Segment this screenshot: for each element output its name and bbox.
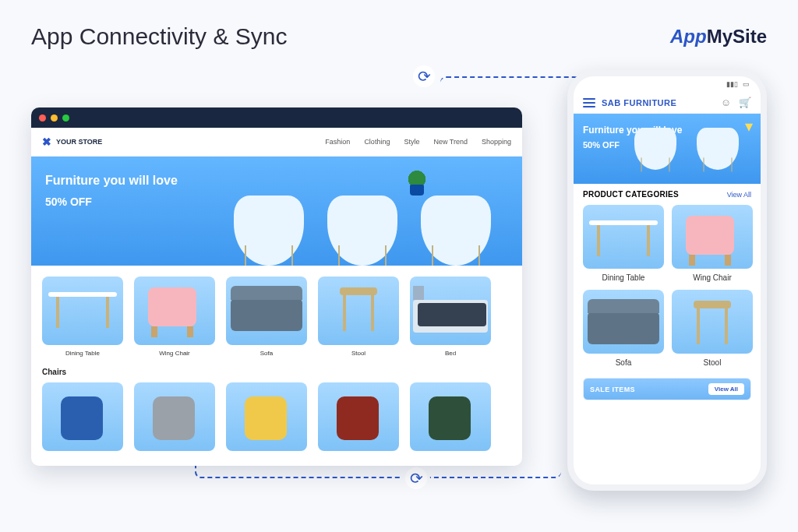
sale-items-label: SALE ITEMS bbox=[590, 386, 635, 393]
app-title: SAB FURNITURE bbox=[602, 98, 676, 107]
brand-logo: AppMySite bbox=[670, 26, 767, 48]
category-label: Bed bbox=[410, 350, 491, 357]
nav-item-clothing[interactable]: Clothing bbox=[364, 138, 390, 146]
nav-item-shopping[interactable]: Shopping bbox=[482, 138, 511, 146]
hero-banner[interactable]: Furniture you will love 50% OFF bbox=[31, 157, 522, 266]
product-categories-grid: Dining Table Wing Chair Sofa Stool bbox=[574, 202, 761, 373]
sale-items-bar[interactable]: SALE ITEMS View All bbox=[583, 378, 751, 400]
hero-chairs-art bbox=[195, 157, 522, 266]
category-card-sofa[interactable]: Sofa bbox=[583, 290, 664, 367]
app-header: SAB FURNITURE ☺ 🛒 bbox=[574, 92, 761, 114]
sync-connector-top bbox=[440, 76, 581, 107]
category-card-stool[interactable]: Stool bbox=[672, 290, 753, 367]
window-min-icon[interactable] bbox=[51, 115, 58, 122]
product-categories-header: PRODUCT CATEGORIES View All bbox=[574, 184, 761, 202]
profile-icon[interactable]: ☺ bbox=[721, 97, 731, 108]
section-label-chairs: Chairs bbox=[31, 361, 522, 376]
category-label: Stool bbox=[318, 350, 399, 357]
menu-icon[interactable] bbox=[583, 98, 595, 107]
category-card-bed[interactable]: Bed bbox=[410, 277, 491, 357]
category-label: Wing Chair bbox=[134, 350, 215, 357]
product-card[interactable] bbox=[410, 382, 491, 451]
window-max-icon[interactable] bbox=[62, 115, 69, 122]
nav-item-style[interactable]: Style bbox=[404, 138, 419, 146]
sync-icon: ⟳ bbox=[413, 65, 435, 87]
category-label: Wing Chair bbox=[672, 273, 753, 282]
category-label: Stool bbox=[672, 358, 753, 367]
status-bar: ▮▮▯ ▭ bbox=[574, 76, 761, 92]
cart-icon[interactable]: 🛒 bbox=[739, 97, 751, 108]
product-card[interactable] bbox=[226, 382, 307, 451]
top-nav: Fashion Clothing Style New Trend Shoppin… bbox=[325, 138, 511, 146]
signal-icon: ▮▮▯ bbox=[726, 80, 738, 88]
battery-icon: ▭ bbox=[743, 80, 750, 88]
desktop-preview: ✖ YOUR STORE Fashion Clothing Style New … bbox=[31, 107, 522, 466]
hero-banner[interactable]: ▾ Furniture you will love 50% OFF bbox=[574, 114, 761, 184]
brand-part-app: App bbox=[670, 26, 707, 47]
category-label: Sofa bbox=[226, 350, 307, 357]
brand-part-site: Site bbox=[733, 26, 767, 47]
view-all-button[interactable]: View All bbox=[708, 383, 744, 395]
page-title: App Connectivity & Sync bbox=[31, 23, 288, 50]
category-card-dining-table[interactable]: Dining Table bbox=[583, 205, 664, 282]
category-card-wing-chair[interactable]: Wing Chair bbox=[134, 277, 215, 357]
nav-item-newtrend[interactable]: New Trend bbox=[433, 138, 468, 146]
category-card-wing-chair[interactable]: Wing Chair bbox=[672, 205, 753, 282]
mobile-preview: ▮▮▯ ▭ SAB FURNITURE ☺ 🛒 ▾ Furniture you bbox=[567, 70, 767, 491]
category-label: Dining Table bbox=[42, 350, 123, 357]
product-card[interactable] bbox=[318, 382, 399, 451]
category-row: Dining Table Wing Chair Sofa Stool Bed bbox=[31, 266, 522, 361]
sync-icon: ⟳ bbox=[405, 467, 427, 489]
view-all-link[interactable]: View All bbox=[727, 191, 751, 199]
product-categories-label: PRODUCT CATEGORIES bbox=[583, 190, 679, 199]
category-label: Sofa bbox=[583, 358, 664, 367]
store-name: YOUR STORE bbox=[56, 138, 102, 146]
chairs-row bbox=[31, 376, 522, 457]
product-card[interactable] bbox=[134, 382, 215, 451]
hero-chairs-art bbox=[620, 114, 761, 184]
brand-part-my: My bbox=[707, 26, 733, 47]
sync-stage: ⟳ ⟳ ✖ YOUR STORE Fashion Clothing Style … bbox=[31, 70, 767, 506]
product-card[interactable] bbox=[42, 382, 123, 451]
store-logo-icon: ✖ bbox=[42, 136, 51, 148]
site-header: ✖ YOUR STORE Fashion Clothing Style New … bbox=[31, 128, 522, 157]
window-close-icon[interactable] bbox=[39, 115, 46, 122]
category-card-dining-table[interactable]: Dining Table bbox=[42, 277, 123, 357]
category-card-stool[interactable]: Stool bbox=[318, 277, 399, 357]
nav-item-fashion[interactable]: Fashion bbox=[325, 138, 350, 146]
store-logo[interactable]: ✖ YOUR STORE bbox=[42, 136, 102, 148]
category-label: Dining Table bbox=[583, 273, 664, 282]
browser-titlebar bbox=[31, 107, 522, 128]
category-card-sofa[interactable]: Sofa bbox=[226, 277, 307, 357]
